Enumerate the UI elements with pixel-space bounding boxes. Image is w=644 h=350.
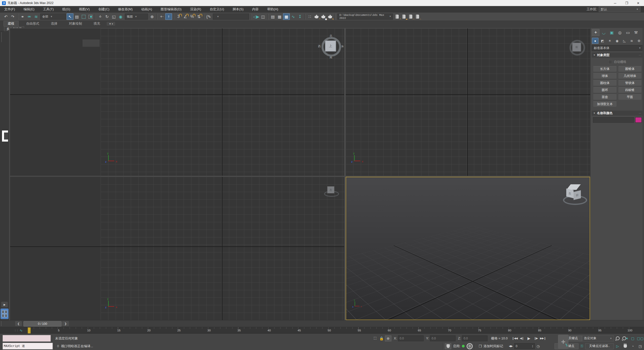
menu-item[interactable]: 帮助(H)	[263, 6, 283, 13]
schematic-view-icon[interactable]: ↧	[297, 13, 303, 20]
render-production-icon[interactable]: ↯	[327, 13, 334, 20]
zoom-icon[interactable]	[614, 335, 621, 341]
rollout-object-type-header[interactable]: ▼ 对象类型 ⋯	[592, 53, 643, 58]
redo-icon[interactable]: ↷	[9, 13, 16, 20]
viewport-top[interactable]: 上 北 南 西 东 y x z	[10, 28, 344, 176]
menu-item[interactable]: 修改器(M)	[114, 6, 137, 13]
keyboard-override-icon[interactable]: ↑	[165, 13, 172, 20]
ribbon-tab[interactable]: 选择	[47, 21, 61, 26]
use-pivot-center-icon[interactable]: ⊕	[149, 13, 155, 20]
orbit-icon[interactable]: ◔	[629, 343, 636, 349]
selection-lock-icon[interactable]: 🔒	[378, 335, 385, 341]
viewcube[interactable]: 前	[568, 38, 587, 57]
viewcube[interactable]: 左	[324, 184, 339, 199]
layer-explorer-icon[interactable]: ▦	[276, 13, 283, 20]
snap-angle-icon[interactable]: ∠	[182, 13, 189, 20]
compass-west[interactable]: 西	[318, 45, 321, 48]
maxscript-mini-listener[interactable]: MAXScript 迷	[3, 343, 53, 349]
go-to-start-icon[interactable]: ❙◀◀	[511, 336, 518, 341]
render-setup-icon[interactable]: *	[313, 13, 320, 20]
menu-item[interactable]: 动画(A)	[137, 6, 156, 13]
layout-tab-quad[interactable]	[1, 309, 9, 319]
maxscript-input[interactable]	[3, 335, 51, 342]
category-lights-icon[interactable]: ☀	[607, 38, 613, 44]
next-frame-icon[interactable]: ❙▶	[532, 336, 539, 341]
edit-named-sets-icon[interactable]: {✎	[205, 13, 212, 20]
category-geometry-icon[interactable]: ●	[592, 38, 598, 44]
track-bar[interactable]: ⋮⋮∿ 051015202530354045505560657075808590…	[0, 327, 644, 334]
viewport-perspective[interactable]: 左 前 y x z	[346, 177, 590, 320]
maximize-viewport-toggle-icon[interactable]: ◳	[636, 343, 644, 349]
compass-north[interactable]: 北	[330, 34, 332, 38]
restore-button[interactable]: ❐	[621, 0, 632, 6]
add-time-tag[interactable]: 添加时间标记	[484, 344, 503, 348]
zoom-all-icon[interactable]: ▦	[621, 335, 629, 341]
key-mode-toggle-icon[interactable]: ◀▶	[507, 343, 514, 349]
category-helpers-icon[interactable]: ◺	[621, 38, 628, 44]
autogrid-checkbox[interactable]	[608, 60, 612, 64]
spinner-icon[interactable]: ▲▼	[532, 345, 533, 348]
category-spacewarps-icon[interactable]: ≋	[628, 38, 635, 44]
select-move-icon[interactable]: ↔↕	[97, 13, 104, 20]
toolbar-grip[interactable]	[1, 321, 2, 326]
key-icon[interactable]: ⚿	[579, 343, 585, 349]
menu-item[interactable]: 文件(F)	[0, 6, 19, 13]
viewcube-face-top[interactable]: 上	[325, 40, 336, 52]
primitive-button[interactable]: 平面	[618, 94, 642, 100]
select-manipulate-icon[interactable]: +·	[158, 13, 165, 20]
select-by-name-icon[interactable]: ▤	[73, 13, 80, 20]
project-folder-icon[interactable]: ▰	[400, 13, 407, 20]
primitive-button[interactable]: 管状体	[618, 80, 642, 86]
toolbar-grip[interactable]	[1, 32, 2, 42]
previous-frame-icon[interactable]: ◀❙	[518, 336, 525, 341]
tab-modify-icon[interactable]: ◡	[600, 29, 608, 36]
project-folder-select[interactable]: D:\Backup\Documents\3ds Max 2022 ▼	[337, 14, 393, 20]
minimize-button[interactable]: ─	[609, 0, 621, 6]
object-name-input[interactable]	[593, 117, 634, 123]
x-coordinate-field[interactable]: 0.0	[398, 335, 424, 341]
time-configuration-icon[interactable]: ◷	[535, 343, 541, 349]
tab-motion-icon[interactable]: ◎	[616, 29, 624, 36]
primitive-button[interactable]: 长方体	[593, 66, 617, 72]
ribbon-tab[interactable]: 建模	[4, 21, 19, 26]
snap-spinner-icon[interactable]: ⇅	[195, 13, 202, 20]
compass-east[interactable]: 东	[341, 45, 344, 48]
close-button[interactable]: ✕	[632, 0, 644, 6]
zoom-extents-icon[interactable]: ▢	[629, 335, 636, 341]
viewcube-face-left[interactable]: 左	[327, 186, 334, 193]
external-refs-icon[interactable]: ∴	[414, 13, 421, 20]
primitive-button[interactable]: 加强型文本	[593, 101, 617, 107]
select-rotate-icon[interactable]: ↻	[104, 13, 110, 20]
menu-item[interactable]: 组(G)	[58, 6, 75, 13]
category-shapes-icon[interactable]: ◩	[599, 38, 606, 44]
select-object-icon[interactable]: ↖	[67, 13, 73, 20]
tab-create-icon[interactable]: +	[592, 29, 599, 36]
ribbon-tab[interactable]: 对象绘制	[65, 21, 86, 26]
rendered-frame-icon[interactable]: ▣	[320, 13, 327, 20]
current-frame-field[interactable]: 0 ▲▼	[514, 343, 535, 349]
select-scale-icon[interactable]: ◱	[110, 13, 117, 20]
y-coordinate-field[interactable]: 0.0	[430, 335, 456, 341]
scene-explorer-icon[interactable]: ▤	[269, 13, 276, 20]
viewcube-face-front[interactable]: 前	[572, 43, 581, 52]
menu-item[interactable]: 编辑(E)	[19, 6, 39, 13]
snap-percent-icon[interactable]: %	[189, 13, 195, 20]
primitive-button[interactable]: 茶壶	[593, 94, 617, 100]
selection-filter-select[interactable]: 全部 ▼	[40, 14, 66, 20]
menu-item[interactable]: 图形编辑器(D)	[156, 6, 186, 13]
primitive-button[interactable]: 圆锥体	[618, 66, 642, 72]
primitive-button[interactable]: 四棱锥	[618, 87, 642, 93]
category-systems-icon[interactable]: ⚙	[636, 38, 642, 44]
bind-spacewarp-icon[interactable]: ≋	[33, 13, 39, 20]
compass-south[interactable]: 南	[330, 56, 332, 59]
primitive-category-select[interactable]: 标准基本体 ▼	[592, 45, 643, 51]
snap-3d-icon[interactable]: 3	[175, 13, 182, 20]
workspace-select[interactable]: 默认 ▼	[599, 7, 640, 12]
viewcube[interactable]: 上 北 南 西 东	[319, 34, 343, 59]
go-to-end-icon[interactable]: ▶▶❙	[539, 336, 546, 341]
primitive-button[interactable]: 几何球体	[618, 73, 642, 79]
mini-curve-editor-icon[interactable]: ⋮⋮∿	[14, 328, 26, 333]
menu-item[interactable]: 内容	[248, 6, 263, 13]
isolate-selection-icon[interactable]: ⛶	[372, 335, 378, 341]
selection-set-select[interactable]: 选定对象 ▼	[582, 335, 614, 341]
